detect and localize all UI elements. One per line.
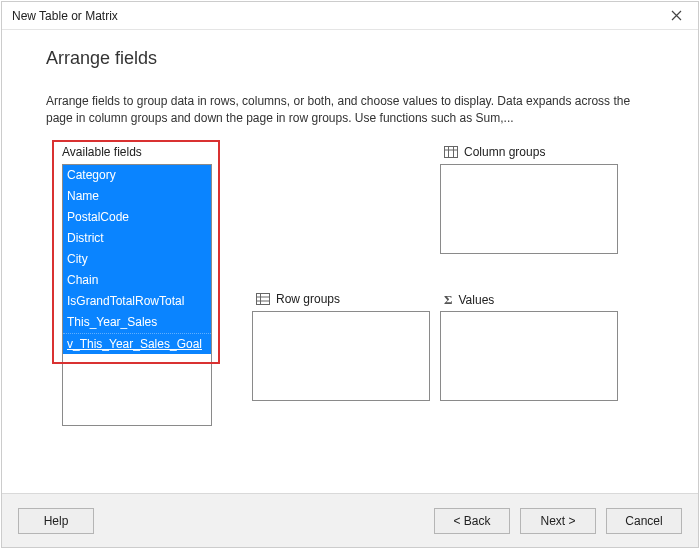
- list-item[interactable]: City: [63, 249, 211, 270]
- list-item[interactable]: District: [63, 228, 211, 249]
- row-groups-dropzone[interactable]: [252, 311, 430, 401]
- svg-rect-0: [445, 147, 458, 158]
- cancel-button[interactable]: Cancel: [606, 508, 682, 534]
- next-button[interactable]: Next >: [520, 508, 596, 534]
- dialog-window: New Table or Matrix Arrange fields Arran…: [1, 1, 699, 548]
- column-groups-label: Column groups: [444, 145, 545, 159]
- window-title: New Table or Matrix: [12, 9, 660, 23]
- back-button[interactable]: < Back: [434, 508, 510, 534]
- svg-rect-4: [257, 294, 270, 305]
- list-item[interactable]: Chain: [63, 270, 211, 291]
- page-heading: Arrange fields: [46, 48, 658, 69]
- list-item[interactable]: IsGrandTotalRowTotal: [63, 291, 211, 312]
- values-dropzone[interactable]: [440, 311, 618, 401]
- list-item[interactable]: Name: [63, 186, 211, 207]
- close-button[interactable]: [660, 4, 692, 28]
- page-description: Arrange fields to group data in rows, co…: [46, 93, 636, 126]
- list-item[interactable]: PostalCode: [63, 207, 211, 228]
- available-fields-label: Available fields: [62, 145, 142, 159]
- list-item[interactable]: v_This_Year_Sales_Goal: [63, 333, 211, 354]
- list-item[interactable]: This_Year_Sales: [63, 312, 211, 333]
- dialog-footer: Help < Back Next > Cancel: [2, 493, 698, 547]
- help-button[interactable]: Help: [18, 508, 94, 534]
- row-groups-label: Row groups: [256, 292, 340, 306]
- available-fields-list[interactable]: Category Name PostalCode District City C…: [62, 164, 212, 426]
- column-groups-icon: [444, 146, 458, 158]
- values-label: Σ Values: [444, 292, 494, 308]
- sigma-icon: Σ: [444, 292, 453, 308]
- row-groups-text: Row groups: [276, 292, 340, 306]
- content-area: Arrange fields Arrange fields to group d…: [2, 30, 698, 493]
- titlebar: New Table or Matrix: [2, 2, 698, 30]
- close-icon: [671, 10, 682, 21]
- row-groups-icon: [256, 293, 270, 305]
- values-text: Values: [459, 293, 495, 307]
- field-layout: Available fields Category Name PostalCod…: [46, 140, 658, 440]
- column-groups-text: Column groups: [464, 145, 545, 159]
- list-item[interactable]: Category: [63, 165, 211, 186]
- column-groups-dropzone[interactable]: [440, 164, 618, 254]
